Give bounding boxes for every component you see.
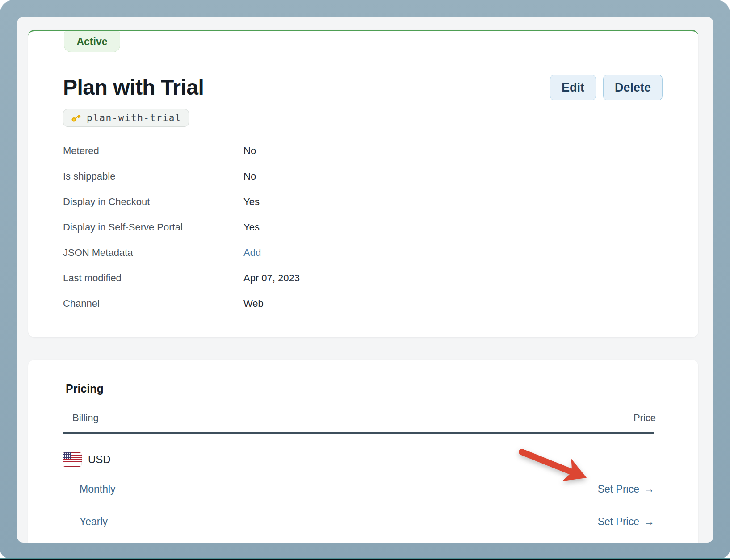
plan-card: Active Plan with Trial Edit Delete plan-… (28, 30, 698, 337)
currency-row: USD (63, 449, 654, 469)
detail-value: Web (243, 298, 264, 309)
detail-row: Last modified Apr 07, 2023 (63, 265, 663, 291)
set-price-yearly-link[interactable]: Set Price → (598, 516, 654, 528)
app-background: Active Plan with Trial Edit Delete plan-… (17, 17, 713, 543)
add-json-metadata-link[interactable]: Add (243, 247, 261, 259)
pricing-table-header: Billing Price (63, 411, 656, 425)
detail-row: JSON Metadata Add (63, 240, 663, 265)
arrow-right-icon: → (644, 516, 654, 527)
detail-value: Yes (243, 221, 260, 233)
currency-code: USD (88, 453, 111, 466)
us-flag-icon (63, 452, 82, 467)
detail-value: No (243, 171, 256, 182)
detail-row: Is shippable No (63, 163, 663, 189)
detail-row: Display in Checkout Yes (63, 189, 663, 214)
monthly-link[interactable]: Monthly (63, 483, 116, 495)
plan-key-badge: plan-with-trial (63, 109, 189, 127)
plan-actions: Edit Delete (550, 75, 663, 100)
set-price-monthly-link[interactable]: Set Price → (598, 483, 654, 495)
plan-details-list: Metered No Is shippable No Display in Ch… (63, 138, 663, 316)
detail-value: Yes (243, 196, 260, 208)
plan-key-text: plan-with-trial (87, 113, 181, 123)
arrow-right-icon: → (644, 484, 654, 494)
detail-label: Is shippable (63, 171, 243, 182)
detail-label: JSON Metadata (63, 247, 243, 259)
detail-row: Display in Self-Serve Portal Yes (63, 214, 663, 240)
yearly-link[interactable]: Yearly (63, 516, 108, 528)
billing-column-header: Billing (63, 412, 99, 424)
detail-value: Apr 07, 2023 (243, 272, 300, 284)
pricing-row-yearly: Yearly Set Price → (63, 513, 654, 530)
set-price-label: Set Price (598, 483, 639, 495)
pricing-section-title: Pricing (66, 382, 104, 395)
table-header-divider (63, 432, 654, 434)
set-price-label: Set Price (598, 516, 639, 528)
detail-value: No (243, 145, 256, 157)
detail-row: Metered No (63, 138, 663, 163)
delete-button[interactable]: Delete (603, 75, 663, 100)
detail-label: Last modified (63, 272, 243, 284)
price-column-header: Price (634, 412, 656, 424)
detail-label: Display in Checkout (63, 196, 243, 208)
pricing-card: Pricing Billing Price USD Monthly Set Pr… (28, 360, 698, 543)
pricing-row-monthly: Monthly Set Price → (63, 481, 654, 497)
detail-label: Channel (63, 298, 243, 309)
detail-label: Display in Self-Serve Portal (63, 221, 243, 233)
status-badge: Active (64, 31, 120, 52)
page-title: Plan with Trial (63, 76, 204, 99)
edit-button[interactable]: Edit (550, 75, 596, 100)
detail-label: Metered (63, 145, 243, 157)
key-icon (71, 113, 81, 123)
detail-row: Channel Web (63, 291, 663, 316)
